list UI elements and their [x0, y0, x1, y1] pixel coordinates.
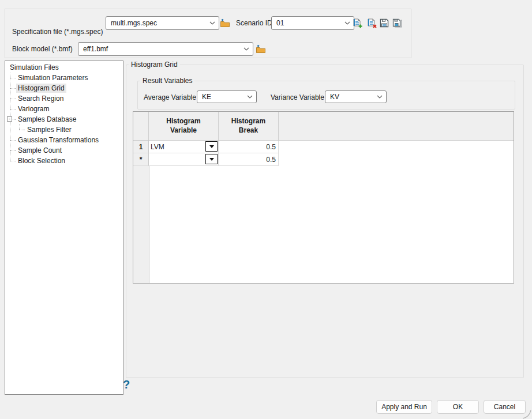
chevron-down-icon	[243, 47, 249, 51]
tree-item-sample-count[interactable]: Sample Count	[5, 145, 123, 156]
tree-item-histogram-grid[interactable]: Histogram Grid	[5, 83, 123, 93]
dropdown-triangle-icon	[209, 158, 214, 161]
tree-item-label: Histogram Grid	[16, 84, 66, 93]
result-variables-groupbox: Result Variables Average Variable KE Var…	[137, 81, 515, 110]
resize-grip[interactable]	[522, 409, 531, 419]
tree-item-label: Block Selection	[16, 156, 67, 165]
ok-button[interactable]: OK	[437, 400, 479, 414]
histogram-break-cell-new[interactable]: 0.5	[219, 153, 279, 166]
spec-file-value: multi.mgs.spec	[111, 19, 207, 27]
tree-item-gaussian-transformations[interactable]: Gaussian Transformations	[5, 135, 123, 145]
tree-item-label: Variogram	[16, 104, 51, 114]
cell-value: 0.5	[266, 143, 276, 151]
browse-block-folder-icon[interactable]	[256, 44, 266, 54]
simulation-files-tree: Simulation Files Simulation Parameters H…	[5, 61, 123, 395]
column-header-histogram-break[interactable]: Histogram Break	[219, 112, 279, 140]
tree-item-label: Samples Filter	[25, 125, 73, 134]
histogram-variable-cell-new[interactable]	[149, 153, 219, 166]
tree-item-label: Gaussian Transformations	[16, 135, 100, 145]
histogram-grid-group-title: Histogram Grid	[129, 61, 180, 69]
tree-item-label: Simulation Parameters	[16, 73, 89, 82]
block-model-combobox[interactable]: eff1.bmf	[78, 42, 253, 56]
result-variables-group-title: Result Variables	[140, 77, 194, 85]
tree-item-simulation-parameters[interactable]: Simulation Parameters	[5, 73, 123, 83]
variance-variable-label: Variance Variable	[271, 93, 324, 101]
row-header-new[interactable]: *	[133, 153, 149, 166]
cancel-button[interactable]: Cancel	[484, 400, 526, 414]
tree-item-label: Sample Count	[16, 146, 63, 155]
cell-dropdown-button[interactable]	[205, 141, 218, 152]
tree-item-samples-database[interactable]: - Samples Database	[5, 114, 123, 124]
row-header-1[interactable]: 1	[133, 141, 149, 153]
tree-item-samples-filter[interactable]: Samples Filter	[5, 124, 123, 135]
scenario-id-value: 01	[276, 19, 342, 27]
scenario-id-label: Scenario ID	[236, 19, 272, 27]
column-header-histogram-variable[interactable]: Histogram Variable	[149, 112, 219, 140]
average-variable-combobox[interactable]: KE	[197, 90, 257, 103]
tree-item-simulation-files[interactable]: Simulation Files	[5, 62, 123, 73]
tree-item-search-region[interactable]: Search Region	[5, 93, 123, 104]
chevron-down-icon	[209, 21, 215, 25]
browse-spec-folder-icon[interactable]	[220, 18, 230, 28]
histogram-variable-cell-1[interactable]: LVM	[149, 141, 219, 153]
dropdown-triangle-icon	[209, 145, 214, 148]
block-model-label: Block model (*.bmf)	[12, 45, 73, 53]
scenario-id-combobox[interactable]: 01	[271, 16, 354, 30]
tree-item-label: Search Region	[16, 94, 65, 103]
delete-scenario-icon[interactable]	[366, 18, 377, 28]
average-variable-label: Average Variable	[144, 93, 196, 101]
table-corner-cell[interactable]	[133, 112, 149, 140]
cell-dropdown-button[interactable]	[205, 154, 218, 164]
save-icon[interactable]	[379, 18, 389, 28]
average-variable-value: KE	[202, 93, 245, 101]
histogram-break-cell-1[interactable]: 0.5	[219, 141, 279, 153]
cell-value: LVM	[151, 143, 164, 151]
spec-file-combobox[interactable]: multi.mgs.spec	[106, 16, 219, 30]
variance-variable-value: KV	[330, 93, 374, 101]
chevron-down-icon	[377, 95, 383, 99]
histogram-table: Histogram Variable Histogram Break 1 LVM…	[133, 111, 514, 284]
help-button[interactable]: ?	[123, 378, 130, 391]
add-scenario-icon[interactable]	[352, 18, 362, 28]
chevron-down-icon	[247, 95, 253, 99]
collapse-minus-icon[interactable]: -	[7, 116, 12, 122]
tree-item-label: Simulation Files	[8, 63, 61, 72]
block-model-value: eff1.bmf	[83, 45, 241, 53]
tree-item-block-selection[interactable]: Block Selection	[5, 156, 123, 166]
variance-variable-combobox[interactable]: KV	[325, 90, 387, 103]
save-as-icon[interactable]	[392, 18, 402, 28]
tree-item-label: Samples Database	[16, 115, 78, 124]
chevron-down-icon	[344, 21, 350, 25]
tree-item-variogram[interactable]: Variogram	[5, 104, 123, 114]
apply-and-run-button[interactable]: Apply and Run	[376, 400, 432, 414]
cell-value: 0.5	[266, 156, 276, 164]
file-scenario-panel: Specification file (*.mgs.spec) multi.mg…	[5, 9, 411, 58]
spec-file-label: Specification file (*.mgs.spec)	[12, 28, 103, 36]
